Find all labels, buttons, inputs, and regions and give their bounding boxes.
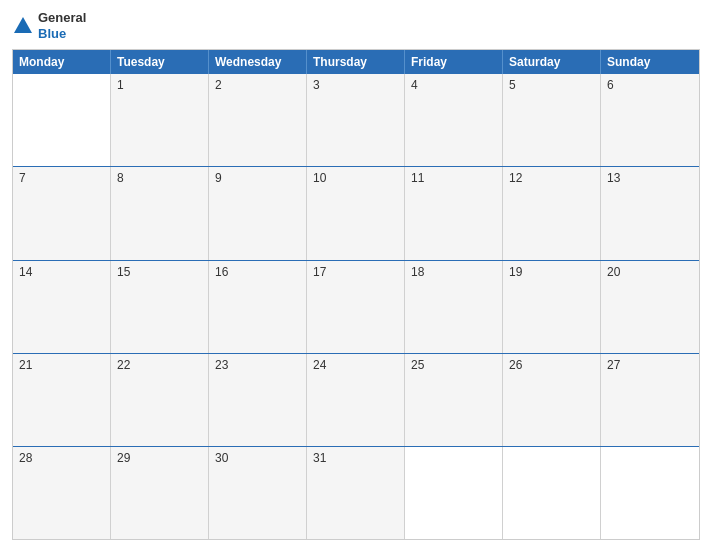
logo-text: General Blue: [38, 10, 86, 41]
day-cell-10: 10: [307, 167, 405, 259]
logo: General Blue: [12, 10, 86, 41]
week-row-0: 123456: [13, 74, 699, 166]
day-number: 15: [117, 265, 202, 279]
day-cell-4: 4: [405, 74, 503, 166]
week-row-4: 28293031: [13, 446, 699, 539]
day-cell-28: 28: [13, 447, 111, 539]
day-number: 18: [411, 265, 496, 279]
day-number: 9: [215, 171, 300, 185]
day-cell-18: 18: [405, 261, 503, 353]
day-cell-9: 9: [209, 167, 307, 259]
day-number: 3: [313, 78, 398, 92]
day-number: 8: [117, 171, 202, 185]
day-cell-23: 23: [209, 354, 307, 446]
day-cell-21: 21: [13, 354, 111, 446]
day-number: 4: [411, 78, 496, 92]
day-cell-11: 11: [405, 167, 503, 259]
day-cell-5: 5: [503, 74, 601, 166]
day-number: 16: [215, 265, 300, 279]
day-number: 14: [19, 265, 104, 279]
day-number: 30: [215, 451, 300, 465]
calendar-page: General Blue MondayTuesdayWednesdayThurs…: [0, 0, 712, 550]
day-number: 25: [411, 358, 496, 372]
page-header: General Blue: [12, 10, 700, 41]
day-cell-24: 24: [307, 354, 405, 446]
day-number: 24: [313, 358, 398, 372]
day-cell-29: 29: [111, 447, 209, 539]
day-header-sunday: Sunday: [601, 50, 699, 74]
day-cell-12: 12: [503, 167, 601, 259]
day-header-monday: Monday: [13, 50, 111, 74]
day-header-thursday: Thursday: [307, 50, 405, 74]
week-row-2: 14151617181920: [13, 260, 699, 353]
day-cell-13: 13: [601, 167, 699, 259]
day-cell-14: 14: [13, 261, 111, 353]
day-cell-31: 31: [307, 447, 405, 539]
day-number: 20: [607, 265, 693, 279]
day-cell-20: 20: [601, 261, 699, 353]
day-cell-16: 16: [209, 261, 307, 353]
day-number: 31: [313, 451, 398, 465]
day-cell-8: 8: [111, 167, 209, 259]
day-cell-3: 3: [307, 74, 405, 166]
calendar-body: 1234567891011121314151617181920212223242…: [13, 74, 699, 539]
day-number: 27: [607, 358, 693, 372]
day-number: 26: [509, 358, 594, 372]
calendar: MondayTuesdayWednesdayThursdayFridaySatu…: [12, 49, 700, 540]
day-number: 17: [313, 265, 398, 279]
day-number: 11: [411, 171, 496, 185]
empty-cell: [13, 74, 111, 166]
day-number: 10: [313, 171, 398, 185]
day-number: 6: [607, 78, 693, 92]
day-cell-17: 17: [307, 261, 405, 353]
day-header-tuesday: Tuesday: [111, 50, 209, 74]
calendar-header: MondayTuesdayWednesdayThursdayFridaySatu…: [13, 50, 699, 74]
day-number: 22: [117, 358, 202, 372]
day-number: 23: [215, 358, 300, 372]
week-row-1: 78910111213: [13, 166, 699, 259]
day-number: 13: [607, 171, 693, 185]
day-cell-27: 27: [601, 354, 699, 446]
day-cell-25: 25: [405, 354, 503, 446]
day-number: 28: [19, 451, 104, 465]
day-number: 7: [19, 171, 104, 185]
day-number: 29: [117, 451, 202, 465]
day-cell-22: 22: [111, 354, 209, 446]
day-header-wednesday: Wednesday: [209, 50, 307, 74]
week-row-3: 21222324252627: [13, 353, 699, 446]
empty-cell: [405, 447, 503, 539]
empty-cell: [601, 447, 699, 539]
day-number: 2: [215, 78, 300, 92]
day-cell-2: 2: [209, 74, 307, 166]
day-cell-26: 26: [503, 354, 601, 446]
day-cell-15: 15: [111, 261, 209, 353]
day-header-friday: Friday: [405, 50, 503, 74]
day-number: 19: [509, 265, 594, 279]
day-cell-19: 19: [503, 261, 601, 353]
day-cell-1: 1: [111, 74, 209, 166]
logo-icon: [12, 15, 34, 37]
day-number: 1: [117, 78, 202, 92]
day-cell-6: 6: [601, 74, 699, 166]
empty-cell: [503, 447, 601, 539]
day-header-saturday: Saturday: [503, 50, 601, 74]
day-number: 21: [19, 358, 104, 372]
day-cell-7: 7: [13, 167, 111, 259]
day-number: 12: [509, 171, 594, 185]
day-cell-30: 30: [209, 447, 307, 539]
day-number: 5: [509, 78, 594, 92]
svg-marker-0: [14, 17, 32, 33]
